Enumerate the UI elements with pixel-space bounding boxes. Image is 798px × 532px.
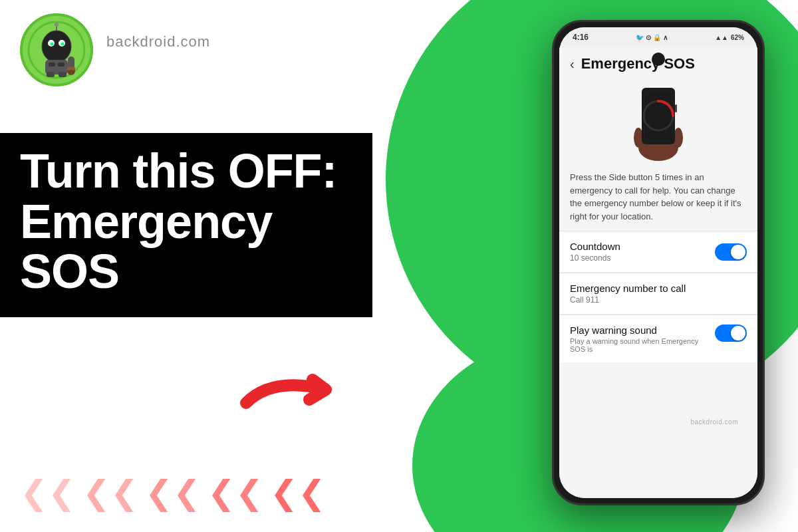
svg-rect-11 (58, 63, 65, 66)
main-title-line1: Turn this OFF: (20, 146, 352, 197)
emergency-number-row[interactable]: Emergency number to call Call 911 (559, 273, 757, 315)
signal-bars: ▲▲ (715, 34, 728, 41)
svg-point-8 (55, 23, 59, 27)
warning-sound-text: Play warning sound Play a warning sound … (570, 325, 715, 353)
svg-rect-10 (49, 63, 55, 66)
svg-point-17 (71, 66, 75, 70)
arrow-container (233, 356, 366, 426)
phone-screen: 4:16 🐦 ⊙ 🔒 ∧ ▲▲ 62% ‹ Emergency SOS (559, 27, 757, 498)
countdown-label: Countdown (570, 241, 620, 252)
svg-point-5 (51, 43, 54, 46)
logo-circle (20, 13, 93, 86)
status-icons: 🐦 ⊙ 🔒 ∧ (636, 34, 667, 41)
back-button[interactable]: ‹ (570, 57, 575, 72)
chevrons-container: ❮❮ ❮❮ ❮❮ ❮❮ ❮❮ (20, 473, 326, 512)
phone-illustration (559, 78, 757, 171)
robot-svg (27, 20, 86, 80)
warning-sound-label: Play warning sound (570, 325, 708, 336)
svg-rect-26 (644, 92, 672, 140)
status-battery: ▲▲ 62% (715, 34, 744, 41)
svg-rect-12 (47, 72, 55, 77)
svg-point-20 (634, 128, 643, 148)
svg-rect-28 (675, 104, 677, 112)
chevron-1: ❮❮ (20, 473, 76, 512)
warning-sound-toggle[interactable] (715, 325, 747, 342)
hand-phone-illustration (625, 84, 692, 161)
arrow-svg (233, 356, 366, 423)
warning-sound-sublabel: Play a warning sound when Emergency SOS … (570, 337, 708, 353)
logo-area (20, 13, 93, 86)
watermark: backdroid.com (690, 418, 738, 426)
emergency-number-label: Emergency number to call (570, 283, 747, 294)
status-time: 4:16 (573, 33, 589, 42)
screen-title: Emergency SOS (581, 55, 695, 72)
main-title-line3: SOS (20, 247, 352, 297)
countdown-sublabel: 10 seconds (570, 253, 620, 263)
warning-sound-row[interactable]: Play warning sound Play a warning sound … (559, 315, 757, 362)
emergency-number-sublabel: Call 911 (570, 295, 747, 305)
svg-point-23 (674, 128, 683, 148)
chevron-3: ❮❮ (145, 473, 201, 512)
description-text: Press the Side button 5 times in an emer… (559, 171, 757, 231)
battery-pct: 62% (731, 34, 744, 41)
svg-point-16 (67, 66, 71, 70)
chevron-4: ❮❮ (207, 473, 263, 512)
countdown-setting-text: Countdown 10 seconds (570, 241, 620, 263)
main-title-line2: Emergency (20, 197, 352, 247)
countdown-toggle[interactable] (715, 243, 747, 261)
phone-mockup: 4:16 🐦 ⊙ 🔒 ∧ ▲▲ 62% ‹ Emergency SOS (552, 20, 765, 505)
chevron-5: ❮❮ (270, 473, 326, 512)
countdown-setting-row[interactable]: Countdown 10 seconds (559, 231, 757, 273)
site-name: backdroid.com (106, 33, 210, 51)
camera-notch (652, 53, 665, 66)
svg-rect-13 (59, 72, 66, 77)
chevron-2: ❮❮ (82, 473, 138, 512)
main-text-box: Turn this OFF: Emergency SOS (0, 133, 372, 317)
status-bar: 4:16 🐦 ⊙ 🔒 ∧ ▲▲ 62% (559, 27, 757, 47)
svg-point-2 (42, 31, 71, 63)
svg-point-6 (61, 43, 65, 46)
screen-content: ‹ Emergency SOS (559, 47, 757, 498)
